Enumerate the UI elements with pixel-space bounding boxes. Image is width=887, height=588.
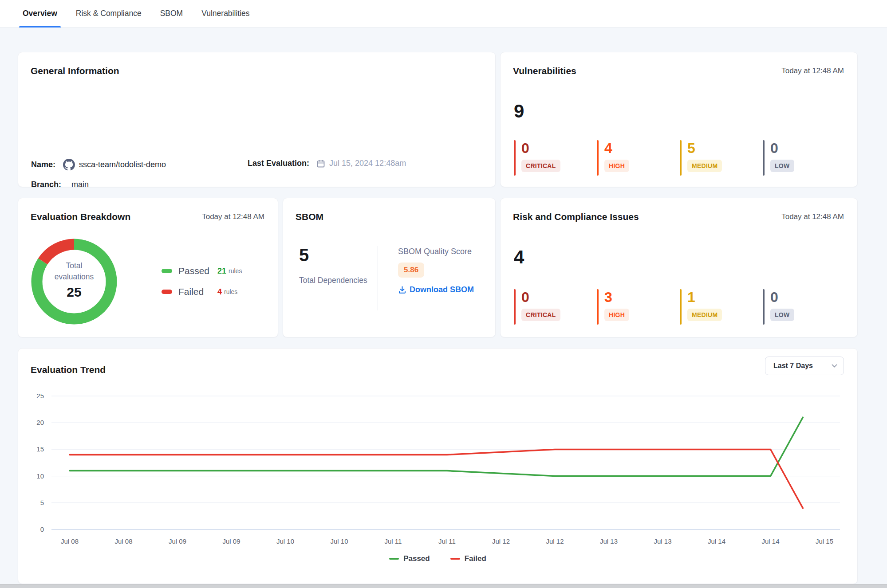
evaluation-breakdown-title: Evaluation Breakdown <box>31 212 130 222</box>
passed-pill-icon <box>162 269 172 273</box>
last-evaluation-label: Last Evaluation: <box>248 159 309 168</box>
passed-label: Passed <box>178 266 217 276</box>
evaluation-trend-title: Evaluation Trend <box>31 365 106 375</box>
severity-bar <box>680 289 682 325</box>
svg-text:Jul 12: Jul 12 <box>546 537 564 545</box>
svg-text:Jul 10: Jul 10 <box>276 537 294 545</box>
critical-count: 0 <box>521 290 560 304</box>
severity-bar <box>763 140 765 176</box>
svg-text:10: 10 <box>36 472 44 480</box>
download-icon <box>398 286 406 294</box>
severity-medium: 1 MEDIUM <box>680 289 763 325</box>
severity-high: 4 HIGH <box>597 140 680 176</box>
low-badge: LOW <box>770 309 794 321</box>
low-badge: LOW <box>770 160 794 172</box>
severity-bar <box>680 140 682 176</box>
failed-value: 4 <box>217 287 222 297</box>
severity-low: 0 LOW <box>763 140 846 176</box>
branch-value: main <box>71 180 89 189</box>
risk-compliance-title: Risk and Compliance Issues <box>513 212 639 222</box>
svg-text:20: 20 <box>36 419 44 426</box>
svg-text:Jul 12: Jul 12 <box>492 537 510 545</box>
evaluation-breakdown-card: Evaluation Breakdown Today at 12:48 AM T… <box>18 198 278 337</box>
svg-text:Jul 08: Jul 08 <box>61 537 79 545</box>
tab-bar: Overview Risk & Compliance SBOM Vulnerab… <box>0 0 887 27</box>
evaluation-trend-card: Evaluation Trend Last 7 Days 0510152025J… <box>18 348 858 584</box>
download-sbom-link[interactable]: Download SBOM <box>398 285 474 294</box>
branch-label: Branch: <box>31 180 61 189</box>
svg-text:Jul 09: Jul 09 <box>222 537 240 545</box>
svg-text:Jul 13: Jul 13 <box>654 537 671 545</box>
svg-text:Jul 14: Jul 14 <box>761 537 779 545</box>
severity-medium: 5 MEDIUM <box>680 140 763 176</box>
svg-text:Jul 13: Jul 13 <box>600 537 618 545</box>
passed-unit: rules <box>229 267 242 274</box>
total-dependencies-value: 5 <box>299 246 309 264</box>
vulnerabilities-card: Vulnerabilities Today at 12:48 AM 9 0 CR… <box>500 52 858 187</box>
last-evaluation-row: Last Evaluation: Jul 15, 2024 12:48am <box>248 159 406 168</box>
trend-chart-legend: Passed Failed <box>18 554 857 563</box>
svg-text:Jul 11: Jul 11 <box>438 537 456 545</box>
high-badge: HIGH <box>604 309 629 321</box>
last-evaluation-value: Jul 15, 2024 12:48am <box>329 159 406 168</box>
low-count: 0 <box>770 290 794 304</box>
vulnerabilities-severity-row: 0 CRITICAL 4 HIGH 5 MEDIUM <box>514 140 846 176</box>
date-range-dropdown[interactable]: Last 7 Days <box>765 357 844 375</box>
risk-compliance-total: 4 <box>514 248 524 267</box>
critical-badge: CRITICAL <box>521 160 560 172</box>
branch-row: Branch: main <box>31 180 89 189</box>
divider <box>378 246 378 310</box>
severity-bar <box>514 140 516 176</box>
vulnerabilities-timestamp: Today at 12:48 AM <box>781 67 844 75</box>
sbom-quality-score-label: SBOM Quality Score <box>398 247 474 256</box>
passed-value: 21 <box>217 267 226 276</box>
severity-bar <box>597 140 599 176</box>
severity-bar <box>514 289 516 325</box>
total-evaluations-value: 25 <box>41 285 107 300</box>
svg-text:Jul 09: Jul 09 <box>169 537 186 545</box>
failed-line-icon <box>450 558 460 560</box>
high-badge: HIGH <box>604 160 629 172</box>
critical-badge: CRITICAL <box>521 309 560 321</box>
high-count: 3 <box>604 290 629 304</box>
failed-label: Failed <box>178 286 217 297</box>
tab-overview[interactable]: Overview <box>21 0 59 27</box>
svg-text:Jul 10: Jul 10 <box>330 537 348 545</box>
sbom-quality-score-badge: 5.86 <box>398 263 424 278</box>
severity-low: 0 LOW <box>763 289 846 325</box>
medium-count: 5 <box>687 141 722 155</box>
tab-sbom[interactable]: SBOM <box>158 0 185 27</box>
sbom-title: SBOM <box>296 212 323 222</box>
tab-vulnerabilities[interactable]: Vulnerabilities <box>200 0 251 27</box>
svg-text:Jul 08: Jul 08 <box>114 537 132 545</box>
risk-compliance-card: Risk and Compliance Issues Today at 12:4… <box>500 198 858 337</box>
high-count: 4 <box>604 141 629 155</box>
vulnerabilities-total: 9 <box>514 102 524 121</box>
donut-center-label: Total evaluations 25 <box>41 260 107 300</box>
svg-text:15: 15 <box>36 445 44 453</box>
vulnerabilities-title: Vulnerabilities <box>513 66 576 76</box>
failed-unit: rules <box>224 288 237 295</box>
repo-name-value: ssca-team/todolist-demo <box>79 160 166 169</box>
severity-critical: 0 CRITICAL <box>514 289 597 325</box>
name-row: Name: ssca-team/todolist-demo <box>31 159 166 171</box>
medium-badge: MEDIUM <box>687 160 722 172</box>
passed-legend-row: Passed 21 rules <box>162 266 242 276</box>
evaluation-breakdown-timestamp: Today at 12:48 AM <box>202 212 264 221</box>
failed-legend-row: Failed 4 rules <box>162 286 237 297</box>
name-label: Name: <box>31 160 55 169</box>
passed-legend-item: Passed <box>389 554 430 563</box>
svg-text:Jul 14: Jul 14 <box>708 537 725 545</box>
svg-text:Jul 11: Jul 11 <box>385 537 402 545</box>
tab-risk-compliance[interactable]: Risk & Compliance <box>74 0 143 27</box>
calendar-icon <box>316 159 325 168</box>
svg-text:25: 25 <box>36 393 44 400</box>
github-icon <box>63 159 75 171</box>
severity-high: 3 HIGH <box>597 289 680 325</box>
sbom-card: SBOM 5 Total Dependencies SBOM Quality S… <box>283 198 496 337</box>
evaluation-trend-line-chart: 0510152025Jul 08Jul 08Jul 09Jul 09Jul 10… <box>18 393 852 548</box>
medium-count: 1 <box>687 290 722 304</box>
dashboard-page: Overview Risk & Compliance SBOM Vulnerab… <box>0 0 887 588</box>
passed-line-icon <box>389 558 399 560</box>
critical-count: 0 <box>521 141 560 155</box>
